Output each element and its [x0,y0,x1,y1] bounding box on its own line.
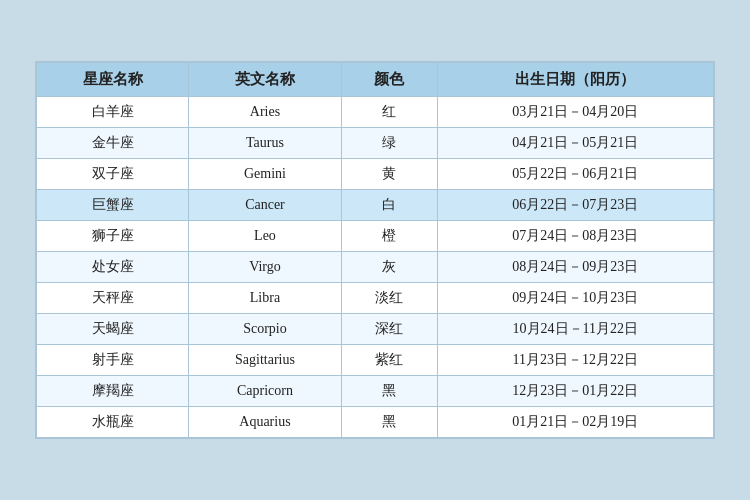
date-range: 01月21日－02月19日 [437,407,713,438]
chinese-name: 摩羯座 [37,376,189,407]
table-row: 巨蟹座Cancer白06月22日－07月23日 [37,190,714,221]
table-row: 双子座Gemini黄05月22日－06月21日 [37,159,714,190]
english-name: Aries [189,97,341,128]
english-name: Virgo [189,252,341,283]
english-name: Gemini [189,159,341,190]
english-name: Libra [189,283,341,314]
chinese-name: 天秤座 [37,283,189,314]
color-name: 红 [341,97,437,128]
chinese-name: 狮子座 [37,221,189,252]
english-name: Cancer [189,190,341,221]
column-header: 星座名称 [37,63,189,97]
color-name: 深红 [341,314,437,345]
color-name: 绿 [341,128,437,159]
color-name: 淡红 [341,283,437,314]
table-row: 白羊座Aries红03月21日－04月20日 [37,97,714,128]
english-name: Taurus [189,128,341,159]
table-row: 天蝎座Scorpio深红10月24日－11月22日 [37,314,714,345]
table-row: 狮子座Leo橙07月24日－08月23日 [37,221,714,252]
date-range: 06月22日－07月23日 [437,190,713,221]
date-range: 10月24日－11月22日 [437,314,713,345]
english-name: Sagittarius [189,345,341,376]
table-row: 金牛座Taurus绿04月21日－05月21日 [37,128,714,159]
zodiac-table: 星座名称英文名称颜色出生日期（阳历） 白羊座Aries红03月21日－04月20… [36,62,714,438]
date-range: 03月21日－04月20日 [437,97,713,128]
column-header: 出生日期（阳历） [437,63,713,97]
color-name: 紫红 [341,345,437,376]
chinese-name: 射手座 [37,345,189,376]
color-name: 黄 [341,159,437,190]
english-name: Capricorn [189,376,341,407]
chinese-name: 天蝎座 [37,314,189,345]
table-row: 摩羯座Capricorn黑12月23日－01月22日 [37,376,714,407]
table-header-row: 星座名称英文名称颜色出生日期（阳历） [37,63,714,97]
zodiac-table-container: 星座名称英文名称颜色出生日期（阳历） 白羊座Aries红03月21日－04月20… [35,61,715,439]
chinese-name: 巨蟹座 [37,190,189,221]
color-name: 白 [341,190,437,221]
chinese-name: 白羊座 [37,97,189,128]
english-name: Leo [189,221,341,252]
table-row: 射手座Sagittarius紫红11月23日－12月22日 [37,345,714,376]
table-row: 天秤座Libra淡红09月24日－10月23日 [37,283,714,314]
color-name: 灰 [341,252,437,283]
english-name: Aquarius [189,407,341,438]
date-range: 04月21日－05月21日 [437,128,713,159]
color-name: 橙 [341,221,437,252]
date-range: 09月24日－10月23日 [437,283,713,314]
date-range: 07月24日－08月23日 [437,221,713,252]
chinese-name: 处女座 [37,252,189,283]
color-name: 黑 [341,376,437,407]
date-range: 12月23日－01月22日 [437,376,713,407]
color-name: 黑 [341,407,437,438]
date-range: 08月24日－09月23日 [437,252,713,283]
column-header: 英文名称 [189,63,341,97]
date-range: 05月22日－06月21日 [437,159,713,190]
chinese-name: 双子座 [37,159,189,190]
chinese-name: 金牛座 [37,128,189,159]
english-name: Scorpio [189,314,341,345]
date-range: 11月23日－12月22日 [437,345,713,376]
table-row: 水瓶座Aquarius黑01月21日－02月19日 [37,407,714,438]
table-row: 处女座Virgo灰08月24日－09月23日 [37,252,714,283]
chinese-name: 水瓶座 [37,407,189,438]
column-header: 颜色 [341,63,437,97]
